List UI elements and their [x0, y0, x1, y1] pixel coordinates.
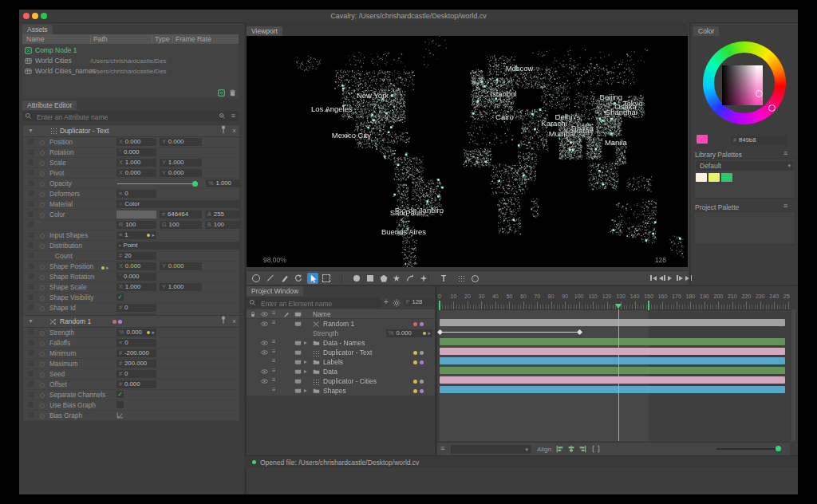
col-type[interactable]: Type: [155, 35, 169, 43]
project-row[interactable]: ≡▸Shapes: [247, 386, 435, 396]
layers-icon[interactable]: ≡: [272, 386, 279, 393]
value-field[interactable]: #0: [116, 370, 156, 378]
timeline-bar[interactable]: [440, 338, 785, 345]
pen-tool[interactable]: [279, 273, 290, 284]
add-element-button[interactable]: +: [384, 297, 389, 306]
viewport-canvas-area[interactable]: MoscowNew YorkLos AngelesIstanbulCairoBe…: [247, 36, 688, 267]
value-field[interactable]: ○Color: [116, 200, 241, 208]
timeline-bar[interactable]: [440, 348, 785, 355]
close-section-icon[interactable]: ×: [232, 316, 236, 327]
attribute-enable-checkbox[interactable]: [28, 402, 34, 408]
hex-field[interactable]: #ff49b8: [731, 136, 787, 145]
attribute-enable-checkbox[interactable]: [28, 232, 34, 238]
circle-shape-tool[interactable]: [351, 273, 362, 284]
expand-chevron[interactable]: ▸: [304, 339, 307, 346]
eye-icon[interactable]: [261, 349, 268, 356]
connector-dot[interactable]: [40, 296, 45, 301]
value-field[interactable]: X1.000: [116, 283, 156, 291]
value-field[interactable]: #0.000: [116, 380, 156, 388]
timeline-bar[interactable]: [440, 386, 785, 393]
attribute-section-header[interactable]: ▼Duplicator - Text×: [23, 125, 239, 137]
value-field[interactable]: #20: [116, 252, 156, 260]
connector-dot[interactable]: [40, 404, 45, 408]
value-field[interactable]: X0.000: [116, 169, 156, 177]
sv-selector[interactable]: [756, 90, 763, 97]
frame-counter-field[interactable]: F128: [404, 298, 434, 306]
timeline-bar[interactable]: [440, 367, 785, 374]
color-value-swatch[interactable]: [116, 211, 156, 219]
value-field[interactable]: °0.000: [116, 273, 156, 281]
layers-icon[interactable]: ≡: [272, 376, 279, 384]
hue-selector[interactable]: [768, 104, 776, 112]
timeline-ruler[interactable]: 0102030405060708090100110120130140150160…: [437, 286, 790, 310]
right-divider[interactable]: [689, 22, 691, 286]
marquee-tool[interactable]: [321, 273, 332, 284]
value-field[interactable]: R100: [116, 221, 156, 229]
value-field[interactable]: ≡0: [116, 339, 156, 347]
attribute-enable-checkbox[interactable]: [28, 180, 34, 186]
attribute-enable-checkbox[interactable]: [28, 360, 34, 366]
asset-row[interactable]: Comp Node 1: [22, 45, 239, 56]
strength-value-field[interactable]: %0.000▸: [386, 329, 432, 337]
opacity-slider[interactable]: [117, 183, 196, 185]
connector-dot[interactable]: [40, 140, 45, 145]
attribute-enable-checkbox[interactable]: [28, 350, 34, 356]
checkbox[interactable]: ✓: [116, 391, 124, 398]
pin-icon[interactable]: [220, 316, 227, 325]
connector-dot[interactable]: [40, 341, 45, 346]
expand-chevron[interactable]: ▸: [304, 358, 307, 365]
expand-chevron[interactable]: ▸: [304, 387, 307, 394]
range-in-marker[interactable]: [439, 301, 440, 310]
value-field[interactable]: %1.000: [206, 179, 241, 187]
connector-dot[interactable]: [40, 161, 45, 166]
attribute-enable-checkbox[interactable]: [28, 284, 34, 289]
connector-dot[interactable]: [40, 182, 45, 187]
layers-icon[interactable]: ≡: [272, 357, 279, 364]
tab-project-window[interactable]: Project Window: [247, 286, 303, 296]
value-field[interactable]: ≡1▸: [116, 231, 156, 239]
pentagon-shape-tool[interactable]: [378, 273, 389, 284]
eye-icon[interactable]: [261, 368, 268, 376]
film-icon[interactable]: [294, 388, 302, 395]
attribute-section-header[interactable]: ▼Random 1×: [23, 316, 239, 328]
film-icon[interactable]: [294, 321, 302, 328]
connector-dot[interactable]: [40, 151, 45, 156]
connector-dot[interactable]: [40, 244, 45, 249]
connector-dot[interactable]: [40, 213, 45, 218]
attribute-enable-checkbox[interactable]: [28, 222, 34, 227]
bias-graph-icon[interactable]: [116, 411, 124, 419]
attribute-enable-checkbox[interactable]: [28, 139, 34, 144]
timeline-zoom-slider[interactable]: [716, 448, 779, 450]
connector-dot[interactable]: [40, 192, 45, 197]
connector-dot[interactable]: [40, 285, 45, 290]
film-icon[interactable]: [294, 368, 302, 376]
expand-chevron[interactable]: ▸: [304, 368, 307, 375]
pencil-icon[interactable]: [283, 311, 290, 318]
timeline-menu-icon[interactable]: ≡: [440, 444, 444, 452]
col-name[interactable]: Name: [26, 35, 45, 43]
chevron-down-icon[interactable]: ▼: [28, 125, 34, 136]
grid-tool[interactable]: [456, 273, 467, 284]
attribute-enable-checkbox[interactable]: [28, 294, 34, 300]
value-field[interactable]: B100: [205, 221, 241, 229]
film-icon[interactable]: [294, 359, 302, 366]
slider-knob[interactable]: [776, 446, 781, 451]
connector-dot[interactable]: [40, 383, 45, 388]
connector-dot[interactable]: [40, 234, 45, 238]
attribute-enable-checkbox[interactable]: [28, 170, 34, 175]
attribute-enable-checkbox[interactable]: [28, 305, 34, 310]
saturation-value-square[interactable]: [722, 65, 763, 105]
connector-dot[interactable]: [40, 331, 45, 336]
eye-icon[interactable]: [261, 311, 268, 318]
value-field[interactable]: X0.000: [116, 262, 156, 270]
null-tool[interactable]: [469, 273, 480, 284]
value-field[interactable]: Y1.000: [160, 283, 202, 291]
burst-shape-tool[interactable]: [418, 273, 429, 284]
select-tool[interactable]: [307, 273, 318, 284]
attribute-enable-checkbox[interactable]: [28, 201, 34, 207]
film-icon[interactable]: [294, 378, 302, 385]
attribute-enable-checkbox[interactable]: [28, 381, 34, 387]
connector-dot[interactable]: [40, 306, 45, 311]
attribute-enable-checkbox[interactable]: [28, 242, 34, 248]
attribute-enable-checkbox[interactable]: [28, 191, 34, 196]
